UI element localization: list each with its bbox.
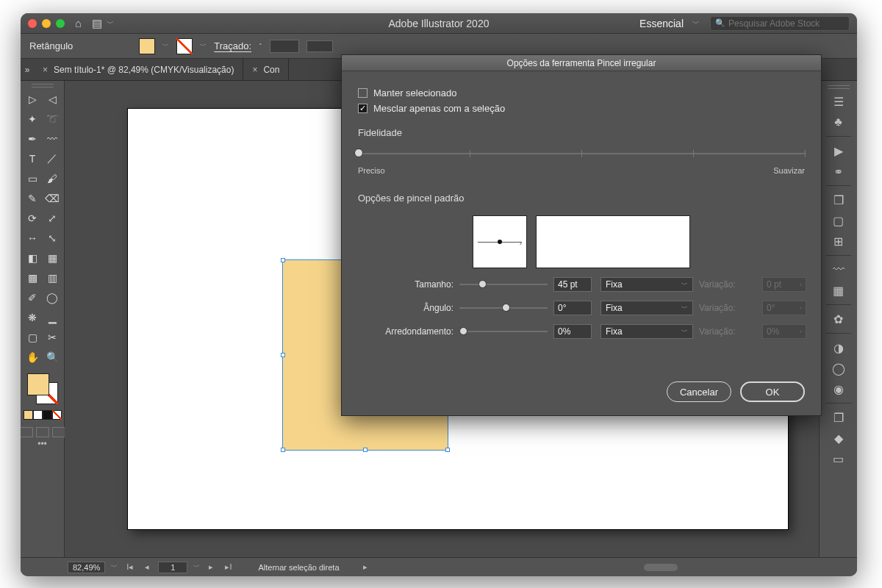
curvature-tool-icon[interactable]: 〰 [43, 130, 61, 148]
scrollbar-thumb[interactable] [644, 564, 678, 571]
close-window-icon[interactable] [28, 19, 37, 28]
angle-input[interactable] [553, 301, 592, 315]
rectangle-tool-icon[interactable]: ▭ [24, 170, 41, 187]
stroke-profile-dropdown[interactable] [306, 40, 333, 52]
asset-export-panel-icon[interactable]: ◆ [827, 430, 850, 446]
shaper-tool-icon[interactable]: ✎ [24, 190, 41, 207]
selection-handle[interactable] [445, 448, 450, 452]
brush-shape-preview[interactable] [536, 215, 690, 268]
type-tool-icon[interactable]: T [24, 150, 41, 168]
stroke-weight-label[interactable]: Traçado: [214, 40, 251, 51]
layers-panel-icon[interactable]: ❐ [827, 409, 850, 426]
close-tab-icon[interactable]: × [252, 65, 257, 75]
search-input[interactable] [728, 18, 845, 29]
document-tab[interactable]: × Con [243, 59, 289, 80]
properties-panel-icon[interactable]: ☰ [827, 93, 850, 110]
magic-wand-tool-icon[interactable]: ✦ [24, 110, 41, 128]
line-tool-icon[interactable]: ／ [43, 150, 61, 168]
slider-thumb[interactable] [459, 327, 467, 335]
caret-icon[interactable]: ˄ [259, 43, 262, 50]
align-panel-icon[interactable]: ⊞ [827, 233, 850, 249]
eyedropper-tool-icon[interactable]: ✐ [24, 289, 41, 306]
chevron-down-icon[interactable]: ﹀ [107, 18, 114, 29]
panel-drag-handle[interactable] [32, 84, 54, 87]
fullscreen-window-icon[interactable] [56, 19, 65, 28]
chevron-down-icon[interactable]: ﹀ [193, 562, 200, 572]
artboards-panel-icon[interactable]: ▢ [827, 212, 850, 229]
color-swatch-icon[interactable] [33, 410, 43, 420]
brushes-panel-icon[interactable]: 〰 [827, 262, 850, 278]
zoom-tool-icon[interactable]: 🔍 [43, 348, 61, 366]
selection-handle[interactable] [281, 448, 285, 452]
transparency-panel-icon[interactable]: ◯ [827, 360, 850, 376]
tab-overflow-icon[interactable]: » [21, 65, 34, 75]
document-tab[interactable]: × Sem título-1* @ 82,49% (CMYK/Visualiza… [34, 59, 243, 80]
size-slider[interactable] [459, 279, 548, 290]
hint-next-icon[interactable]: ▸ [360, 562, 370, 572]
pen-tool-icon[interactable]: ✒ [24, 130, 41, 148]
color-swatch-icon[interactable] [43, 410, 52, 420]
fidelity-slider[interactable] [358, 146, 805, 163]
next-artboard-icon[interactable]: ▸ [206, 562, 216, 572]
hand-tool-icon[interactable]: ✋ [24, 348, 41, 366]
direct-selection-tool-icon[interactable]: ◁ [43, 90, 61, 108]
symbols-panel-icon[interactable]: ✿ [827, 311, 850, 327]
draw-normal-icon[interactable] [21, 427, 33, 437]
eraser-tool-icon[interactable]: ⌫ [43, 190, 61, 207]
home-icon[interactable]: ⌂ [75, 17, 82, 29]
artboard-number-field[interactable]: 1 [158, 562, 187, 573]
fill-color-icon[interactable] [27, 373, 49, 395]
color-swatch-icon[interactable] [24, 410, 33, 420]
free-transform-tool-icon[interactable]: ⤡ [43, 229, 61, 247]
stock-search[interactable]: 🔍 [710, 16, 850, 31]
brush-angle-preview[interactable]: › [473, 215, 527, 268]
scale-tool-icon[interactable]: ⤢ [43, 209, 61, 227]
lasso-tool-icon[interactable]: ➰ [43, 110, 61, 128]
minimize-window-icon[interactable] [42, 19, 51, 28]
panel-drag-handle[interactable] [828, 85, 850, 89]
document-layout-icon[interactable]: ▤ [92, 17, 102, 30]
blend-tool-icon[interactable]: ◯ [43, 289, 61, 306]
cancel-button[interactable]: Cancelar [667, 381, 731, 402]
edit-toolbar-icon[interactable]: ••• [37, 439, 47, 449]
stroke-weight-input[interactable] [270, 40, 299, 53]
column-graph-tool-icon[interactable]: ▁ [43, 309, 61, 326]
prev-artboard-icon[interactable]: ◂ [142, 562, 152, 572]
appearance-panel-icon[interactable]: ◉ [827, 381, 850, 397]
mesh-tool-icon[interactable]: ▩ [24, 269, 41, 287]
slider-thumb[interactable] [502, 304, 510, 312]
gradient-tool-icon[interactable]: ▥ [43, 269, 61, 287]
shape-builder-tool-icon[interactable]: ◧ [24, 249, 41, 267]
keep-selected-row[interactable]: Manter selecionado [358, 87, 805, 98]
last-artboard-icon[interactable]: ▸I [222, 562, 234, 572]
selection-handle[interactable] [281, 258, 285, 262]
ok-button[interactable]: OK [740, 381, 805, 402]
slice-tool-icon[interactable]: ✂ [43, 329, 61, 346]
artboards-nav-icon[interactable]: ▭ [827, 451, 850, 467]
chevron-down-icon[interactable]: ﹀ [162, 41, 169, 51]
chevron-down-icon[interactable]: ﹀ [111, 562, 118, 572]
play-icon[interactable]: ▶ [827, 143, 850, 159]
paintbrush-tool-icon[interactable]: 🖌 [43, 170, 61, 187]
fill-stroke-indicator[interactable] [27, 373, 58, 404]
workspace-switcher[interactable]: Essencial ﹀ [639, 18, 700, 29]
checkbox-unchecked-icon[interactable] [358, 88, 368, 98]
roundness-mode-select[interactable]: Fixa﹀ [600, 324, 693, 339]
gradient-panel-icon[interactable]: ◑ [827, 340, 850, 356]
chevron-down-icon[interactable]: ﹀ [200, 41, 207, 51]
libraries-panel-icon[interactable]: ♣ [827, 114, 850, 130]
rotate-tool-icon[interactable]: ⟳ [24, 209, 41, 227]
close-tab-icon[interactable]: × [43, 65, 48, 75]
width-tool-icon[interactable]: ↔ [24, 229, 41, 247]
roundness-input[interactable] [553, 324, 592, 339]
slider-thumb[interactable] [354, 148, 363, 157]
stroke-swatch[interactable] [176, 38, 193, 54]
horizontal-scrollbar[interactable] [391, 563, 843, 572]
symbol-sprayer-tool-icon[interactable]: ❋ [24, 309, 41, 326]
selection-handle[interactable] [363, 448, 368, 452]
zoom-field[interactable]: 82,49% [68, 562, 105, 573]
first-artboard-icon[interactable]: I◂ [123, 562, 136, 572]
perspective-tool-icon[interactable]: ▦ [43, 249, 61, 267]
size-input[interactable] [553, 277, 592, 292]
angle-mode-select[interactable]: Fixa﹀ [600, 301, 693, 315]
